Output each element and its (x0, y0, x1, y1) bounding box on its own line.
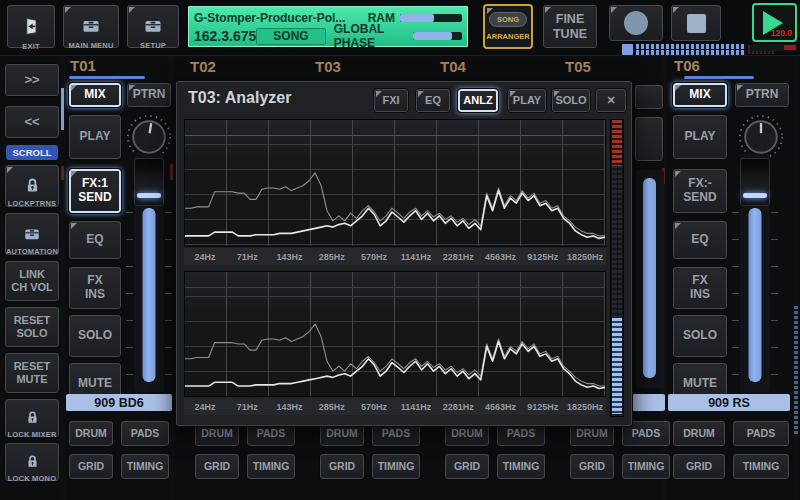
eq-button[interactable]: EQ (672, 220, 728, 260)
volume-fader[interactable] (732, 154, 778, 392)
timing-button[interactable]: TIMING (496, 453, 546, 480)
timing-button[interactable]: TIMING (621, 453, 671, 480)
scroll-left-button[interactable]: << (4, 105, 60, 139)
drum-button[interactable]: DRUM (68, 420, 114, 447)
freq-tick-label: 24Hz (184, 402, 226, 412)
grid-button[interactable]: GRID (194, 453, 240, 480)
timing-button[interactable]: TIMING (732, 453, 790, 480)
spectrum-trace (185, 272, 605, 396)
mode-button[interactable]: SONG (256, 28, 325, 45)
freq-tick-label: 18250Hz (564, 252, 606, 262)
global-phase-meter (413, 32, 462, 40)
setup-button[interactable]: SETUP (126, 4, 180, 49)
lock-mono-button[interactable]: LOCK MONO (4, 442, 60, 482)
pads-button[interactable]: PADS (120, 420, 170, 447)
fader-ticks (732, 212, 739, 386)
solo-button[interactable]: SOLO (672, 314, 728, 358)
eq-button[interactable]: EQ (68, 220, 122, 260)
ptrn-tab[interactable]: PTRN (126, 82, 172, 108)
fader-ticks (771, 212, 778, 386)
fader-handle-stripe (137, 193, 161, 198)
freq-tick-label: 285Hz (311, 252, 353, 262)
exit-label: EXIT (22, 43, 39, 52)
scroll-right-button[interactable]: >> (4, 63, 60, 97)
meter-level-blue (612, 318, 622, 414)
progress-segments (636, 44, 746, 55)
spectrum-panel-top (184, 119, 606, 247)
lock-mixer-button[interactable]: LOCK MIXER (4, 398, 60, 438)
freq-tick-label: 1141Hz (395, 252, 437, 262)
anlz-tab[interactable]: ANLZ (457, 88, 499, 113)
top-toolbar: EXIT MAIN MENU SETUP G-Stomper-Producer-… (0, 0, 800, 56)
reset-mute-button[interactable]: RESET MUTE (4, 352, 60, 394)
grid-button[interactable]: GRID (319, 453, 365, 480)
freq-tick-label: 2281Hz (437, 402, 479, 412)
track-title: T01 (70, 57, 96, 74)
fader-level-fill (749, 208, 762, 382)
song-arranger-toggle[interactable]: SONG ARRANGER (483, 4, 533, 49)
close-icon[interactable]: ✕ (595, 88, 627, 113)
global-phase-label: GLOBAL PHASE (334, 22, 409, 50)
master-level-meter (752, 44, 797, 51)
spectrum-trace (185, 120, 605, 246)
timing-button[interactable]: TIMING (246, 453, 296, 480)
grid-button[interactable]: GRID (569, 453, 615, 480)
ptrn-tab[interactable]: PTRN (734, 82, 790, 108)
freq-tick-label: 9125Hz (522, 252, 564, 262)
track-play-button[interactable]: PLAY (672, 114, 728, 160)
track-play-button[interactable]: PLAY (68, 114, 122, 160)
pads-button[interactable]: PADS (732, 420, 790, 447)
fader-handle[interactable] (740, 158, 770, 206)
arranger-label: ARRANGER (486, 32, 529, 41)
grid-button[interactable]: GRID (672, 453, 726, 480)
drum-button[interactable]: DRUM (672, 420, 726, 447)
lock-icon (25, 440, 40, 473)
track-title: T06 (674, 57, 700, 74)
record-button[interactable] (608, 4, 664, 42)
grid-button[interactable]: GRID (444, 453, 490, 480)
main-menu-label: MAIN MENU (68, 42, 113, 51)
fxi-tab[interactable]: FXI (373, 88, 409, 113)
dialog-solo-button[interactable]: SOLO (551, 88, 591, 113)
lock-patterns-label: LOCKPTRNS (8, 200, 56, 209)
progress-cursor (622, 44, 633, 55)
fx-ins-button[interactable]: FX INS (672, 266, 728, 310)
automation-label: AUTOMATION (6, 248, 58, 257)
fx-send-button[interactable]: FX:- SEND (672, 168, 728, 214)
lcd-display: G-Stomper-Producer-Pol... RAM 162.3.675 … (186, 4, 470, 49)
stop-button[interactable] (670, 4, 722, 42)
button-fragment (634, 84, 664, 110)
mix-tab[interactable]: MIX (672, 82, 728, 108)
freq-tick-label: 4563Hz (479, 402, 521, 412)
lock-icon (24, 163, 41, 198)
mix-tab[interactable]: MIX (68, 82, 122, 108)
analyzer-dialog: T03: Analyzer FXI EQ ANLZ PLAY SOLO ✕ 24… (175, 80, 633, 427)
solo-button[interactable]: SOLO (68, 314, 122, 358)
timing-button[interactable]: TIMING (371, 453, 421, 480)
song-mode-pill: SONG (489, 12, 527, 27)
drawer-icon (21, 211, 43, 247)
eq-tab[interactable]: EQ (415, 88, 451, 113)
dialog-play-button[interactable]: PLAY (507, 88, 547, 113)
freq-tick-label: 71Hz (226, 402, 268, 412)
play-button[interactable]: 120.0 (752, 3, 797, 42)
stop-icon (687, 14, 706, 33)
sample-name-badge[interactable]: 909 BD6 (66, 394, 172, 411)
grid-button[interactable]: GRID (68, 453, 114, 480)
fine-tune-button[interactable]: FINE TUNE (542, 4, 598, 49)
link-ch-vol-button[interactable]: LINK CH VOL (4, 260, 60, 302)
lock-patterns-button[interactable]: LOCKPTRNS (4, 164, 60, 208)
automation-button[interactable]: AUTOMATION (4, 212, 60, 256)
fx-send-button[interactable]: FX:1 SEND (68, 168, 122, 214)
pattern-progress-bar (69, 76, 145, 79)
sample-name-badge[interactable]: 909 RS (668, 394, 790, 411)
timing-button[interactable]: TIMING (120, 453, 170, 480)
reset-solo-button[interactable]: RESET SOLO (4, 306, 60, 348)
fx-ins-button[interactable]: FX INS (68, 266, 122, 310)
fader-handle-stripe (743, 193, 767, 198)
volume-fader[interactable] (126, 154, 172, 392)
fader-handle[interactable] (134, 158, 164, 206)
main-menu-button[interactable]: MAIN MENU (62, 4, 120, 49)
exit-button[interactable]: EXIT (6, 4, 56, 49)
drawer-icon (79, 2, 103, 40)
